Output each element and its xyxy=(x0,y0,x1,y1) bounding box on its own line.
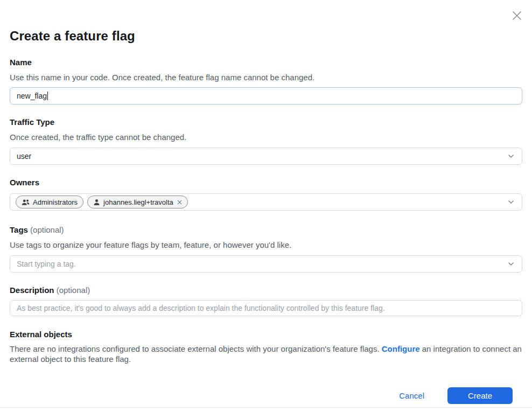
owner-chip-label: johannes.liegl+travolta xyxy=(103,198,173,206)
external-objects-text: There are no integrations configured to … xyxy=(10,344,522,364)
description-label: Description (optional) xyxy=(10,286,522,295)
owner-chip-user: johannes.liegl+travolta xyxy=(87,196,188,208)
tags-label: Tags (optional) xyxy=(10,226,522,234)
name-label: Name xyxy=(10,58,522,67)
owners-select[interactable]: Administrators johannes.liegl+travolta xyxy=(10,193,522,211)
traffic-type-help-text: Once created, the traffic type cannot be… xyxy=(10,132,522,142)
page-title: Create a feature flag xyxy=(10,28,522,44)
description-label-text: Description xyxy=(10,285,54,295)
tags-placeholder: Start typing a tag. xyxy=(17,260,76,268)
description-input[interactable] xyxy=(10,300,522,316)
tags-label-text: Tags xyxy=(10,225,28,234)
traffic-type-value: user xyxy=(17,152,31,161)
remove-icon[interactable] xyxy=(177,200,182,205)
external-objects-text-before: There are no integrations configured to … xyxy=(10,344,382,353)
chevron-down-icon xyxy=(507,198,515,206)
configure-link[interactable]: Configure xyxy=(382,344,420,353)
description-optional-text: (optional) xyxy=(57,285,90,295)
create-feature-flag-modal: { "modal": { "title": "Create a feature … xyxy=(0,0,532,411)
name-help-text: Use this name in your code. Once created… xyxy=(10,72,522,82)
close-button[interactable] xyxy=(510,9,524,23)
group-icon xyxy=(22,199,30,206)
name-input[interactable]: new_flag xyxy=(10,87,522,105)
create-button[interactable]: Create xyxy=(447,387,513,404)
owner-chip-administrators: Administrators xyxy=(16,196,83,208)
tags-help-text: Use tags to organize your feature flags … xyxy=(10,240,522,250)
owners-label: Owners xyxy=(10,178,522,187)
name-input-value: new_flag xyxy=(17,92,47,100)
modal-bottom-divider xyxy=(0,407,532,408)
traffic-type-label: Traffic Type xyxy=(10,118,522,127)
chevron-down-icon xyxy=(507,260,515,268)
chevron-down-icon xyxy=(507,152,515,161)
text-caret xyxy=(47,92,48,100)
person-icon xyxy=(93,199,100,206)
cancel-button[interactable]: Cancel xyxy=(399,391,424,400)
close-icon xyxy=(511,10,523,22)
traffic-type-select[interactable]: user xyxy=(10,148,522,165)
tags-optional-text: (optional) xyxy=(30,225,64,234)
external-objects-label: External objects xyxy=(10,330,522,339)
owner-chip-label: Administrators xyxy=(33,198,78,206)
tags-select[interactable]: Start typing a tag. xyxy=(10,255,522,273)
